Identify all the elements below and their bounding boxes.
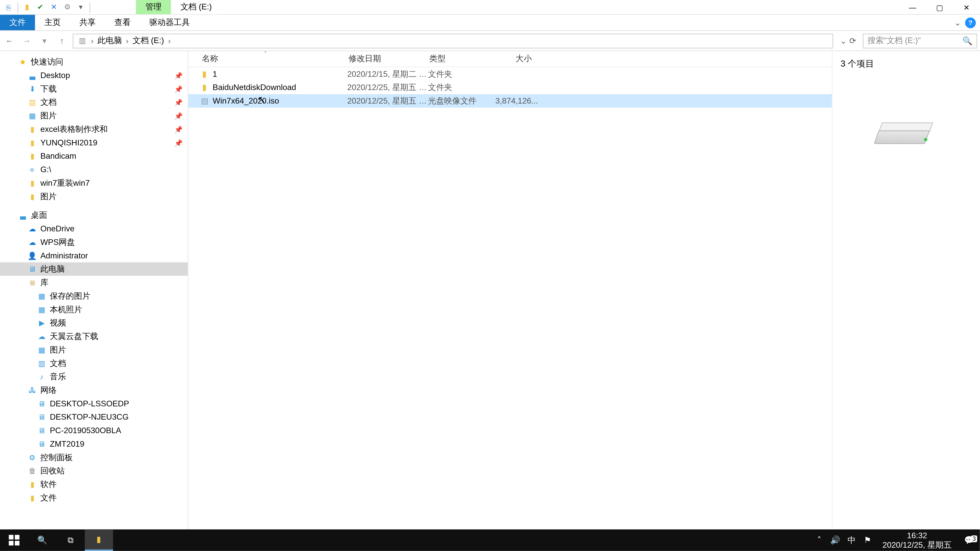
breadcrumb-root[interactable]: 此电脑 (96, 35, 123, 46)
nav-label: 保存的图片 (50, 290, 90, 302)
gear-icon[interactable]: ⚙ (61, 1, 73, 13)
col-date[interactable]: 修改日期 (346, 53, 426, 65)
nav-wps[interactable]: ☁WPS网盘 (0, 235, 188, 249)
nav-desktop-root[interactable]: ▃桌面 (0, 208, 188, 222)
nav-recycle[interactable]: 🗑回收站 (0, 464, 188, 478)
chevron-right-icon[interactable]: › (124, 36, 130, 45)
nav-excel[interactable]: ▮excel表格制作求和📌 (0, 122, 188, 136)
svg-rect-0 (9, 535, 13, 539)
nav-lib-docs[interactable]: ▥文档 (0, 357, 188, 370)
volume-icon[interactable]: 🔊 (827, 535, 843, 545)
user-icon: 👤 (27, 250, 38, 261)
folder-icon: ▮ (27, 479, 38, 490)
history-dropdown[interactable]: ▾ (38, 34, 51, 48)
file-row[interactable]: ▮12020/12/15, 星期二 1...文件夹 (188, 67, 832, 81)
maximize-button[interactable]: ▢ (926, 0, 953, 15)
nav-desktop[interactable]: ▃Desktop📌 (0, 68, 188, 82)
search-button[interactable]: 🔍 (28, 529, 57, 551)
nav-this-pc[interactable]: 🖥此电脑 (0, 262, 188, 276)
nav-pictures[interactable]: ▦图片📌 (0, 109, 188, 122)
nav-software[interactable]: ▮软件 (0, 478, 188, 491)
nav-pc4[interactable]: 🖥ZMT2019 (0, 437, 188, 451)
check-icon[interactable]: ✔ (34, 1, 46, 13)
nav-network[interactable]: 🖧网络 (0, 383, 188, 397)
minimize-button[interactable]: — (899, 0, 926, 15)
nav-admin[interactable]: 👤Administrator (0, 249, 188, 262)
nav-downloads[interactable]: ⬇下载📌 (0, 82, 188, 96)
nav-pc3[interactable]: 🖥PC-20190530OBLA (0, 424, 188, 437)
nav-g-drive[interactable]: ⎆G:\ (0, 163, 188, 176)
file-row[interactable]: ▤Win7x64_2020.iso2020/12/25, 星期五 1...光盘映… (188, 94, 832, 108)
address-bar[interactable]: ▥ › 此电脑 › 文档 (E:) › (73, 33, 833, 48)
nav-quick-access[interactable]: ★快速访问 (0, 55, 188, 68)
nav-music[interactable]: ♪音乐 (0, 370, 188, 383)
nav-saved-pics[interactable]: ▦保存的图片 (0, 289, 188, 303)
chevron-right-icon[interactable]: › (89, 36, 95, 45)
nav-win7[interactable]: ▮win7重装win7 (0, 176, 188, 190)
explorer-task-button[interactable]: ▮ (85, 529, 113, 551)
notif-count: 3 (971, 535, 977, 542)
nav-onedrive[interactable]: ☁OneDrive (0, 222, 188, 235)
col-size[interactable]: 大小 (494, 53, 535, 65)
close-icon[interactable]: ✕ (48, 1, 60, 13)
app-icon[interactable]: ⎘ (3, 1, 15, 13)
nav-documents[interactable]: ▥文档📌 (0, 95, 188, 109)
library-icon: ≣ (27, 277, 38, 288)
file-tab[interactable]: 文件 (0, 15, 35, 30)
nav-pictures2[interactable]: ▮图片 (0, 190, 188, 203)
address-tools: ⌄ ⟳ (837, 36, 859, 45)
navigation-pane[interactable]: ★快速访问 ▃Desktop📌 ⬇下载📌 ▥文档📌 ▦图片📌 ▮excel表格制… (0, 51, 188, 536)
chevron-right-icon[interactable]: › (167, 36, 172, 45)
manage-tab[interactable]: 管理 (136, 0, 171, 14)
column-headers: ˄ 名称 修改日期 类型 大小 (188, 51, 832, 67)
close-button[interactable]: ✕ (953, 0, 980, 15)
recycle-icon: 🗑 (27, 465, 38, 476)
nav-camera-roll[interactable]: ▦本机照片 (0, 303, 188, 316)
help-icon[interactable]: ? (965, 17, 976, 28)
nav-label: WPS网盘 (40, 237, 75, 248)
share-tab[interactable]: 共享 (70, 15, 105, 30)
nav-videos[interactable]: ▶视频 (0, 316, 188, 330)
expand-ribbon-icon[interactable]: ⌄ (954, 18, 961, 27)
nav-label: 回收站 (40, 465, 65, 476)
dropdown-icon[interactable]: ⌄ (840, 36, 846, 45)
nav-lib-pics[interactable]: ▦图片 (0, 343, 188, 357)
start-button[interactable] (0, 529, 28, 551)
downloads-icon: ⬇ (27, 83, 38, 94)
home-tab[interactable]: 主页 (35, 15, 70, 30)
nav-bandicam[interactable]: ▮Bandicam (0, 149, 188, 163)
search-icon[interactable]: 🔍 (963, 36, 973, 45)
nav-pc1[interactable]: 🖥DESKTOP-LSSOEDP (0, 397, 188, 410)
security-icon[interactable]: ⚑ (859, 535, 876, 545)
nav-library[interactable]: ≣库 (0, 276, 188, 289)
ime-icon[interactable]: 中 (843, 534, 859, 546)
back-button[interactable]: ← (3, 34, 16, 48)
forward-button[interactable]: → (20, 34, 34, 48)
taskbar-clock[interactable]: 16:32 2020/12/25, 星期五 (876, 531, 958, 550)
file-list[interactable]: ˄ 名称 修改日期 类型 大小 ▮12020/12/15, 星期二 1...文件… (188, 51, 832, 536)
breadcrumb-location[interactable]: 文档 (E:) (131, 35, 165, 46)
nav-label: excel表格制作求和 (40, 124, 108, 135)
col-type[interactable]: 类型 (427, 53, 494, 65)
task-view-button[interactable]: ⧉ (57, 529, 85, 551)
file-size: 3,874,126... (495, 96, 536, 106)
pin-icon: 📌 (174, 85, 183, 93)
dropdown-icon[interactable]: ▾ (75, 1, 87, 13)
drive-tools-tab[interactable]: 驱动器工具 (140, 15, 199, 30)
action-center-button[interactable]: 💬3 (958, 535, 980, 545)
nav-pc2[interactable]: 🖥DESKTOP-NJEU3CG (0, 410, 188, 424)
up-button[interactable]: ↑ (55, 34, 68, 48)
nav-tianyi[interactable]: ☁天翼云盘下载 (0, 330, 188, 343)
window-controls: — ▢ ✕ (899, 0, 980, 15)
view-tab[interactable]: 查看 (105, 15, 140, 30)
file-row[interactable]: ▮BaiduNetdiskDownload2020/12/25, 星期五 1..… (188, 81, 832, 94)
nav-control-panel[interactable]: ⚙控制面板 (0, 451, 188, 464)
col-name[interactable]: 名称 (199, 53, 346, 65)
tray-overflow-icon[interactable]: ˄ (811, 535, 827, 545)
nav-yunqishi[interactable]: ▮YUNQISHI2019📌 (0, 136, 188, 149)
search-input[interactable]: 搜索"文档 (E:)" 🔍 (863, 33, 977, 48)
nav-files[interactable]: ▮文件 (0, 491, 188, 505)
folder-icon[interactable]: ▮ (21, 1, 33, 13)
file-type: 文件夹 (428, 82, 495, 93)
refresh-icon[interactable]: ⟳ (850, 36, 856, 45)
